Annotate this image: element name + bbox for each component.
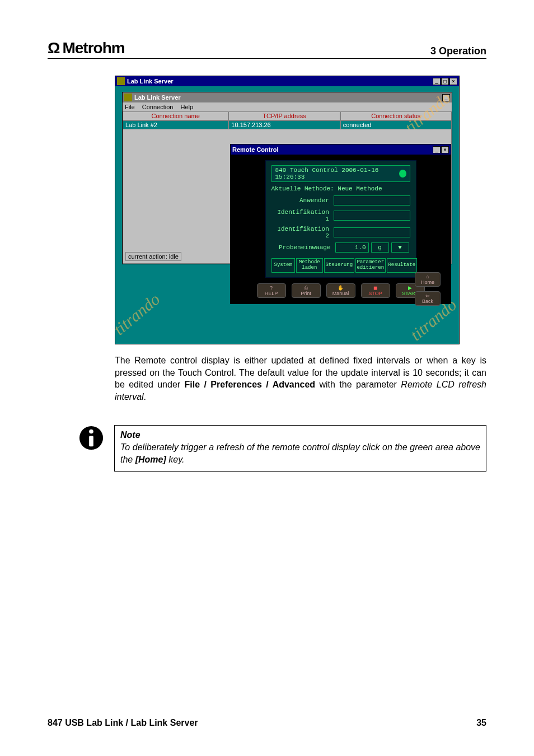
input-mass[interactable]: 1.0	[335, 242, 369, 253]
note-body: To deliberately trigger a refresh of the…	[120, 441, 480, 465]
table-header: Connection name TCP/IP address Connectio…	[123, 111, 452, 120]
softkey-resultate[interactable]: Resultate	[387, 258, 417, 273]
maximize-icon[interactable]: □	[441, 78, 449, 85]
softkey-system[interactable]: System	[271, 258, 295, 273]
close-icon[interactable]: ×	[441, 146, 449, 153]
label-id1: Identifikation 1	[271, 209, 331, 222]
menu-help[interactable]: Help	[181, 104, 194, 110]
stop-button[interactable]: ◼STOP	[361, 283, 390, 298]
unit-mass[interactable]: g	[371, 242, 389, 253]
help-button[interactable]: ?HELP	[257, 283, 286, 298]
minimize-icon[interactable]: _	[433, 78, 441, 85]
omega-icon: Ω	[48, 39, 60, 57]
col-connection-name: Connection name	[123, 111, 228, 120]
brand-text: Metrohm	[62, 39, 124, 57]
lcd-method-line: Aktuelle Methode: Neue Methode	[271, 185, 410, 192]
menu-connection[interactable]: Connection	[142, 104, 174, 110]
table-row[interactable]: Lab Link #2 10.157.213.26 connected	[123, 120, 452, 129]
remote-control-window: Remote Control _ × 840 Touch Control 200…	[230, 144, 451, 304]
remote-titlebar: Remote Control _ ×	[231, 144, 451, 155]
play-icon: ▶	[408, 285, 412, 291]
note-title: Note	[120, 429, 480, 441]
status-bar: current action: idle	[125, 252, 181, 261]
app-icon	[124, 94, 132, 101]
lcd-header: 840 Touch Control 2006-01-16 15:26:33	[275, 167, 399, 180]
print-icon: ⎙	[305, 285, 307, 291]
info-icon	[78, 425, 104, 451]
hand-icon: ✋	[338, 285, 344, 291]
menu-file[interactable]: File	[125, 104, 135, 110]
label-mass: Probeneinwaage	[271, 244, 333, 251]
inner-titlebar: Lab Link Server _	[123, 92, 452, 102]
minimize-icon[interactable]: _	[433, 146, 441, 153]
input-id1[interactable]	[334, 211, 410, 221]
home-button[interactable]: ⌂Home	[415, 272, 441, 287]
remote-title: Remote Control	[232, 146, 279, 153]
back-button[interactable]: ⇦Back	[415, 291, 441, 306]
softkey-parameter[interactable]: Parameter editieren	[355, 258, 386, 273]
help-icon: ?	[270, 285, 273, 291]
lcd-screen: 840 Touch Control 2006-01-16 15:26:33 Ak…	[265, 160, 416, 278]
cell-name: Lab Link #2	[123, 120, 228, 129]
input-anwender[interactable]	[334, 195, 410, 206]
label-anwender: Anwender	[271, 197, 331, 204]
input-id2[interactable]	[334, 227, 410, 237]
brand-logo: Ω Metrohm	[48, 39, 125, 57]
inner-title: Lab Link Server	[134, 94, 181, 101]
col-status: Connection status	[340, 111, 452, 120]
back-icon: ⇦	[425, 293, 430, 298]
outer-window: Lab Link Server _ □ × titrando titrando …	[115, 76, 460, 344]
softkey-methode[interactable]: Methode laden	[296, 258, 323, 273]
cell-status: connected	[340, 120, 452, 129]
description-paragraph: The Remote control display is either upd…	[115, 354, 486, 403]
home-icon: ⌂	[426, 274, 429, 279]
status-dot-icon	[399, 170, 406, 178]
footer-title: 847 USB Lab Link / Lab Link Server	[48, 718, 198, 728]
minimize-icon[interactable]: _	[442, 94, 450, 101]
stop-icon: ◼	[373, 285, 377, 291]
print-button[interactable]: ⎙Print	[292, 283, 321, 298]
cell-ip: 10.157.213.26	[228, 120, 340, 129]
manual-button[interactable]: ✋Manual	[326, 283, 355, 298]
section-heading: 3 Operation	[430, 45, 486, 57]
outer-titlebar: Lab Link Server _ □ ×	[115, 76, 459, 86]
col-tcpip: TCP/IP address	[228, 111, 340, 120]
label-id2: Identifikation 2	[271, 226, 331, 239]
outer-title: Lab Link Server	[127, 78, 174, 85]
app-icon	[117, 77, 125, 85]
svg-point-1	[89, 430, 93, 434]
page-number: 35	[476, 718, 486, 728]
softkey-steuerung[interactable]: Steuerung	[324, 258, 354, 273]
menubar: File Connection Help	[123, 102, 452, 111]
close-icon[interactable]: ×	[449, 78, 457, 85]
watermark: titrando	[110, 290, 163, 339]
dropdown-icon[interactable]: ▼	[391, 242, 409, 253]
svg-rect-2	[89, 436, 93, 447]
note-box: Note To deliberately trigger a refresh o…	[114, 425, 486, 472]
